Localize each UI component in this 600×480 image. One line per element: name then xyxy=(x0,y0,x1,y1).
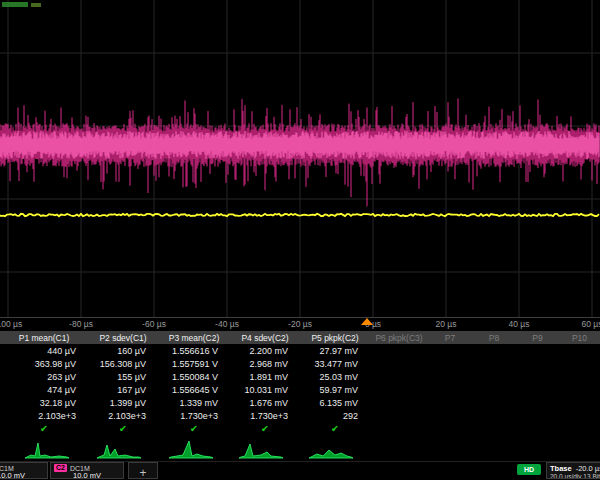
meas-value: 1.730e+3 xyxy=(230,411,300,421)
meas-value: 155 µV xyxy=(88,372,158,382)
meas-value: 292 xyxy=(300,411,370,421)
meas-value: 160 µV xyxy=(88,346,158,356)
meas-value: 2.103e+3 xyxy=(88,411,158,421)
histicon-p2[interactable] xyxy=(97,437,141,459)
meas-status-row: ✔✔✔✔✔ xyxy=(0,422,600,435)
c2-chip: C2 xyxy=(54,464,67,472)
status-check-icon: ✔ xyxy=(88,423,158,434)
clipped-header-text-fragment xyxy=(2,2,28,7)
histicon-shape xyxy=(25,443,69,458)
meas-value: 1.399 µV xyxy=(88,398,158,408)
meas-value: 1.676 mV xyxy=(230,398,300,408)
timebase-label: Tbase xyxy=(550,464,572,473)
time-axis-label: 20 µs xyxy=(436,319,457,329)
meas-value: 1.556616 V xyxy=(158,346,230,356)
status-check-icon: ✔ xyxy=(158,423,230,434)
timebase-descriptor[interactable]: Tbase -20.0 µs 20.0 µs/div 13 Bits xyxy=(546,462,600,479)
clipped-header-text-fragment xyxy=(31,3,41,7)
c2-scale: 10.0 mV xyxy=(54,472,120,480)
waveform-grid[interactable] xyxy=(0,0,600,318)
time-axis-label: -80 µs xyxy=(69,319,93,329)
meas-row-3: 263 µV155 µV1.550084 V1.891 mV25.03 mV xyxy=(0,370,600,383)
meas-value: 2.200 mV xyxy=(230,346,300,356)
timebase-settings: 20.0 µs/div 13 Bits xyxy=(550,473,600,479)
meas-header-p4[interactable]: P4 sdev(C2) xyxy=(230,333,300,343)
channel-descriptor-c1[interactable]: C1 DC1M 10.0 mV xyxy=(0,462,48,479)
histicon-row xyxy=(0,436,600,460)
meas-value: 2.968 mV xyxy=(230,359,300,369)
meas-value: 1.891 mV xyxy=(230,372,300,382)
histicon-shape xyxy=(97,445,141,458)
measurement-table: P1 mean(C1)P2 sdev(C1)P3 mean(C2)P4 sdev… xyxy=(0,331,600,435)
meas-value: 33.477 mV xyxy=(300,359,370,369)
meas-row-6: 2.103e+32.103e+31.730e+31.730e+3292 xyxy=(0,409,600,422)
descriptor-bar: C1 DC1M 10.0 mV C2 DC1M 10.0 mV + HD Tba… xyxy=(0,461,600,480)
time-axis-label: -100 µs xyxy=(0,319,22,329)
histicon-shape xyxy=(239,444,283,458)
meas-header-p6[interactable]: P6 pkpk(C3) xyxy=(370,333,428,343)
meas-header-p5[interactable]: P5 pkpk(C2) xyxy=(300,333,370,343)
time-axis-label: 60 µs xyxy=(582,319,600,329)
meas-value: 1.556645 V xyxy=(158,385,230,395)
meas-value: 32.18 µV xyxy=(0,398,88,408)
meas-value: 156.308 µV xyxy=(88,359,158,369)
meas-value: 6.135 mV xyxy=(300,398,370,408)
hd-mode-badge: HD xyxy=(517,464,541,475)
status-check-icon: ✔ xyxy=(230,423,300,434)
timebase-delay: -20.0 µs xyxy=(576,464,600,473)
meas-value: 1.730e+3 xyxy=(158,411,230,421)
meas-value: 1.550084 V xyxy=(158,372,230,382)
oscilloscope-screen: -100 µs-80 µs-60 µs-40 µs-20 µs0 µs20 µs… xyxy=(0,0,600,480)
histicon-p1[interactable] xyxy=(25,437,69,459)
channel-descriptor-c2[interactable]: C2 DC1M 10.0 mV xyxy=(50,462,124,479)
time-axis: -100 µs-80 µs-60 µs-40 µs-20 µs0 µs20 µs… xyxy=(0,319,600,331)
histicon-shape xyxy=(309,450,353,458)
meas-header-p1[interactable]: P1 mean(C1) xyxy=(0,333,88,343)
meas-value: 1.557591 V xyxy=(158,359,230,369)
time-axis-label: -20 µs xyxy=(288,319,312,329)
histicon-p4[interactable] xyxy=(239,437,283,459)
meas-value: 27.97 mV xyxy=(300,346,370,356)
meas-row-4: 474 µV167 µV1.556645 V10.031 mV59.97 mV xyxy=(0,383,600,396)
time-axis-label: 40 µs xyxy=(509,319,530,329)
meas-value: 10.031 mV xyxy=(230,385,300,395)
meas-row-5: 32.18 µV1.399 µV1.339 mV1.676 mV6.135 mV xyxy=(0,396,600,409)
meas-value: 1.339 mV xyxy=(158,398,230,408)
meas-value: 263 µV xyxy=(0,372,88,382)
meas-value: 440 µV xyxy=(0,346,88,356)
measurement-rows: 440 µV160 µV1.556616 V2.200 mV27.97 mV36… xyxy=(0,344,600,435)
meas-header-p7[interactable]: P7 xyxy=(428,333,472,343)
status-check-icon: ✔ xyxy=(0,423,88,434)
meas-value: 59.97 mV xyxy=(300,385,370,395)
time-axis-label: -40 µs xyxy=(215,319,239,329)
meas-header-p10[interactable]: P10 xyxy=(559,333,600,343)
meas-value: 167 µV xyxy=(88,385,158,395)
status-check-icon: ✔ xyxy=(300,423,370,434)
meas-value: 2.103e+3 xyxy=(0,411,88,421)
meas-value: 474 µV xyxy=(0,385,88,395)
meas-row-2: 363.98 µV156.308 µV1.557591 V2.968 mV33.… xyxy=(0,357,600,370)
plus-icon: + xyxy=(139,466,146,480)
meas-header-p2[interactable]: P2 sdev(C1) xyxy=(88,333,158,343)
meas-header-p3[interactable]: P3 mean(C2) xyxy=(158,333,230,343)
add-trace-button[interactable]: + xyxy=(128,462,158,479)
c1-scale: 10.0 mV xyxy=(0,472,44,480)
histicon-shape xyxy=(169,441,213,458)
trigger-position-marker[interactable] xyxy=(361,318,373,325)
meas-header-p8[interactable]: P8 xyxy=(472,333,516,343)
histicon-p3[interactable] xyxy=(169,437,213,459)
measurement-header-row: P1 mean(C1)P2 sdev(C1)P3 mean(C2)P4 sdev… xyxy=(0,331,600,344)
histicon-p5[interactable] xyxy=(309,437,353,459)
meas-value: 25.03 mV xyxy=(300,372,370,382)
meas-value: 363.98 µV xyxy=(0,359,88,369)
meas-row-1: 440 µV160 µV1.556616 V2.200 mV27.97 mV xyxy=(0,344,600,357)
time-axis-label: -60 µs xyxy=(142,319,166,329)
meas-header-p9[interactable]: P9 xyxy=(516,333,559,343)
